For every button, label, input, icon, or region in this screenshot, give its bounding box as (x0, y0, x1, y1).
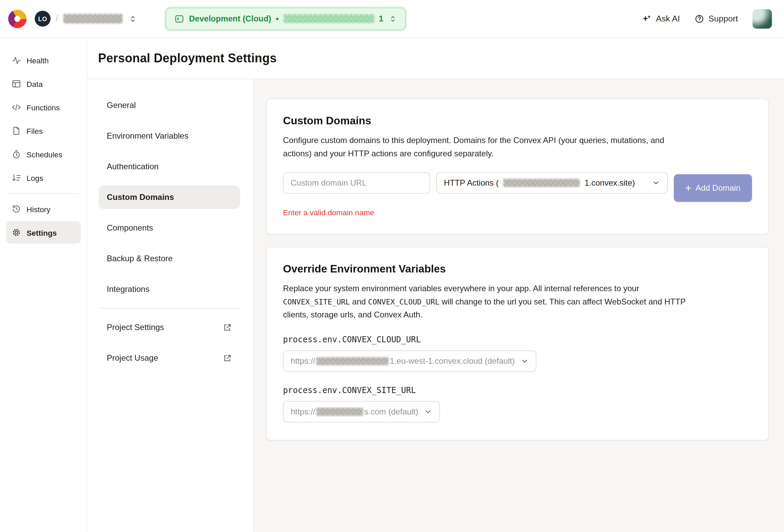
support-button[interactable]: Support (694, 14, 738, 24)
convex-cloud-url-code: CONVEX_CLOUD_URL (368, 298, 440, 306)
gear-icon (11, 228, 21, 238)
main-area: Personal Deployment Settings General Env… (88, 38, 784, 532)
sidebar-item-label: History (27, 205, 50, 214)
deployment-selector-chevrons-icon (389, 15, 397, 23)
logs-icon (11, 173, 21, 183)
site-url-dropdown[interactable]: https://s.com (default) (283, 401, 440, 422)
project-selector-chevrons-icon[interactable] (129, 15, 137, 23)
sidebar-item-files[interactable]: Files (6, 120, 81, 142)
custom-domains-card: Custom Domains Configure custom domains … (266, 99, 769, 235)
subnav-item-label: Project Settings (107, 323, 164, 332)
sidebar: Health Data Functions Files Schedules Lo… (0, 38, 88, 532)
sidebar-item-functions[interactable]: Functions (6, 96, 81, 119)
domain-error-message: Enter a valid domain name (283, 208, 752, 217)
app-root: LO / Development (Cloud) • 1 Ask AI (0, 0, 784, 532)
cloud-url-redacted (316, 357, 389, 365)
subnav-item-label: Authentication (107, 162, 159, 171)
sparkles-icon (642, 14, 652, 24)
breadcrumb-separator: / (56, 13, 59, 24)
sidebar-item-schedules[interactable]: Schedules (6, 143, 81, 166)
sidebar-item-label: Schedules (27, 150, 62, 159)
subnav-item-environment-variables[interactable]: Environment Variables (99, 124, 240, 148)
sidebar-item-data[interactable]: Data (6, 73, 81, 95)
project-name-redacted[interactable] (63, 14, 123, 24)
history-icon (11, 204, 21, 214)
support-label: Support (708, 14, 738, 24)
subnav-item-authentication[interactable]: Authentication (99, 155, 240, 178)
stopwatch-icon (11, 149, 21, 159)
sidebar-item-label: Functions (27, 103, 60, 112)
deployment-env-label: Development (Cloud) (189, 14, 271, 23)
sidebar-item-label: Settings (27, 228, 57, 237)
code-icon (11, 102, 21, 112)
sidebar-item-logs[interactable]: Logs (6, 167, 81, 189)
top-header: LO / Development (Cloud) • 1 Ask AI (0, 0, 784, 38)
subnav-item-integrations[interactable]: Integrations (99, 278, 240, 301)
plus-icon: + (685, 182, 691, 193)
sidebar-item-settings[interactable]: Settings (6, 221, 81, 244)
http-actions-prefix: HTTP Actions ( (444, 178, 499, 188)
sidebar-item-label: Logs (27, 173, 43, 182)
subnav-divider (99, 308, 240, 309)
add-domain-row: HTTP Actions ( 1.convex.site) + Add Doma… (283, 172, 752, 202)
sidebar-item-history[interactable]: History (6, 198, 81, 220)
custom-domains-title: Custom Domains (283, 114, 752, 127)
external-link-icon (223, 323, 232, 332)
chevron-down-icon (424, 408, 432, 416)
http-actions-dropdown[interactable]: HTTP Actions ( 1.convex.site) (436, 172, 668, 194)
subnav-item-backup-restore[interactable]: Backup & Restore (99, 247, 240, 270)
subnav-item-general[interactable]: General (99, 94, 240, 117)
subnav-item-label: Project Usage (107, 354, 158, 363)
user-avatar-image (752, 9, 772, 28)
http-actions-deployment-redacted (503, 179, 580, 187)
deployment-terminal-icon (174, 14, 185, 24)
deployment-selector[interactable]: Development (Cloud) • 1 (166, 7, 406, 30)
subnav-item-label: Integrations (107, 285, 150, 294)
page-title: Personal Deployment Settings (98, 51, 277, 65)
site-url-suffix: s.com (default) (364, 407, 419, 416)
http-actions-suffix: 1.convex.site) (584, 178, 635, 188)
chevron-down-icon (520, 357, 529, 365)
chevron-down-icon (652, 179, 660, 187)
ask-ai-button[interactable]: Ask AI (642, 14, 680, 24)
subnav-item-label: General (107, 101, 136, 110)
sidebar-item-label: Health (27, 56, 49, 65)
subnav-item-label: Custom Domains (107, 193, 174, 202)
subnav-item-custom-domains[interactable]: Custom Domains (99, 186, 240, 209)
site-url-redacted (316, 408, 363, 416)
cloud-url-env-label: process.env.CONVEX_CLOUD_URL (283, 334, 752, 344)
override-env-card: Override Environment Variables Replace y… (266, 247, 769, 440)
override-env-title: Override Environment Variables (283, 263, 752, 275)
custom-domains-description: Configure custom domains to this deploym… (283, 134, 679, 160)
subnav-item-project-usage[interactable]: Project Usage (99, 346, 240, 370)
subnav-item-components[interactable]: Components (99, 216, 240, 240)
sidebar-item-label: Data (27, 79, 43, 88)
deployment-name-redacted (283, 14, 374, 23)
site-url-env-label: process.env.CONVEX_SITE_URL (283, 385, 752, 395)
convex-logo-icon[interactable] (8, 10, 27, 28)
table-icon (11, 79, 21, 89)
sidebar-divider (7, 193, 80, 194)
sidebar-item-label: Files (27, 126, 43, 135)
convex-site-url-code: CONVEX_SITE_URL (283, 298, 350, 306)
subnav-item-project-settings[interactable]: Project Settings (99, 316, 240, 339)
deployment-name-suffix: 1 (379, 14, 383, 23)
external-link-icon (223, 354, 232, 363)
sidebar-item-health[interactable]: Health (6, 49, 81, 72)
site-url-prefix: https:// (291, 407, 315, 416)
user-avatar[interactable] (752, 9, 772, 28)
subnav-item-label: Environment Variables (107, 131, 189, 141)
subnav-item-label: Backup & Restore (107, 254, 173, 263)
override-env-description: Replace your system environment variable… (283, 282, 697, 321)
settings-subnav: General Environment Variables Authentica… (88, 79, 254, 532)
add-domain-label: Add Domain (695, 184, 740, 193)
health-icon (11, 55, 21, 65)
cloud-url-suffix: 1.eu-west-1.convex.cloud (default) (390, 357, 515, 366)
settings-content: Custom Domains Configure custom domains … (254, 79, 784, 532)
subnav-item-label: Components (107, 223, 153, 233)
cloud-url-dropdown[interactable]: https://1.eu-west-1.convex.cloud (defaul… (283, 350, 536, 372)
team-avatar[interactable]: LO (35, 11, 51, 27)
help-circle-icon (694, 14, 704, 24)
add-domain-button[interactable]: + Add Domain (674, 174, 752, 202)
custom-domain-input[interactable] (283, 172, 430, 194)
